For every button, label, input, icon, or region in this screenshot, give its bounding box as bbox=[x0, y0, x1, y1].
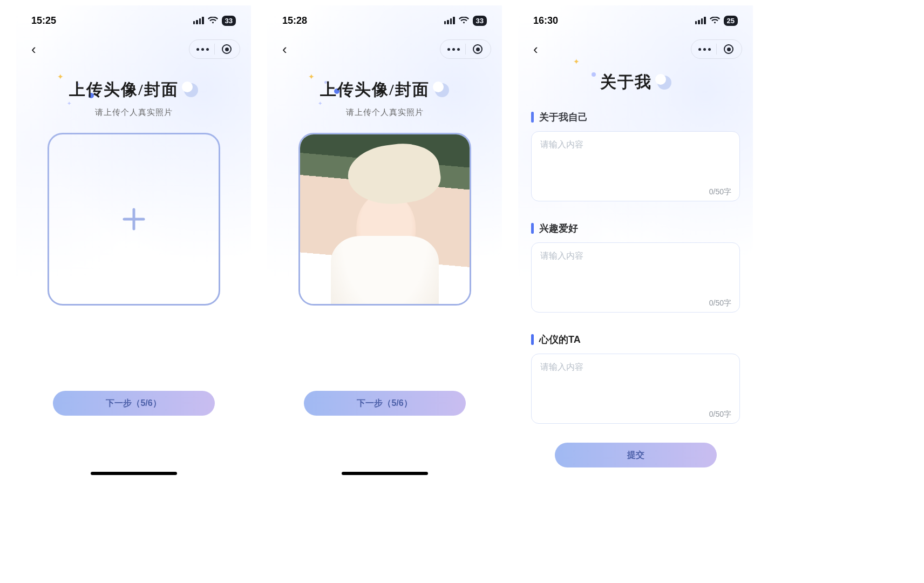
battery-icon: 25 bbox=[724, 16, 738, 26]
status-time: 16:30 bbox=[533, 15, 558, 26]
cta-label: 下一步（5/6） bbox=[106, 398, 161, 409]
section-accent-bar bbox=[531, 112, 534, 123]
nav-bar: ‹ bbox=[267, 36, 502, 63]
target-icon bbox=[473, 44, 483, 54]
status-right: 33 bbox=[193, 16, 236, 26]
capsule-close-button[interactable] bbox=[717, 40, 740, 58]
miniprogram-capsule bbox=[440, 39, 491, 59]
char-counter: 0/50字 bbox=[709, 187, 731, 197]
home-indicator bbox=[91, 472, 177, 475]
title-row: 上传头像/封面 bbox=[16, 79, 251, 101]
status-bar: 16:30 25 bbox=[518, 5, 753, 36]
cta-label: 下一步（5/6） bbox=[357, 398, 412, 409]
upload-photo-box[interactable] bbox=[47, 133, 220, 306]
back-button[interactable]: ‹ bbox=[529, 39, 542, 60]
phone-screen-upload-empty: ✦ ✦ 15:25 33 ‹ 上传头像/封面 请上传个人真实照片 下一步（5/6… bbox=[16, 5, 251, 480]
cta-label: 提交 bbox=[627, 450, 644, 461]
battery-level: 33 bbox=[476, 17, 484, 25]
title-row: 上传头像/封面 bbox=[267, 79, 502, 101]
capsule-menu-button[interactable] bbox=[441, 40, 465, 58]
target-icon bbox=[222, 44, 232, 54]
battery-level: 33 bbox=[225, 17, 233, 25]
nav-bar: ‹ bbox=[518, 36, 753, 63]
status-time: 15:28 bbox=[282, 15, 307, 26]
moon-icon bbox=[657, 76, 671, 90]
form: 关于我自己 0/50字 兴趣爱好 0/50字 心仪的TA 0/50字 bbox=[518, 111, 753, 426]
title-row: 关于我 bbox=[518, 71, 753, 93]
section-accent-bar bbox=[531, 334, 534, 345]
page-subtitle: 请上传个人真实照片 bbox=[267, 107, 502, 118]
plus-icon bbox=[122, 207, 146, 231]
section-header: 关于我自己 bbox=[531, 111, 740, 124]
phone-screen-about-me: ✦ 16:30 25 ‹ 关于我 关于我自己 0/50字 bbox=[518, 5, 753, 480]
page-subtitle: 请上传个人真实照片 bbox=[16, 107, 251, 118]
capsule-close-button[interactable] bbox=[466, 40, 490, 58]
cellular-icon bbox=[695, 17, 706, 24]
status-bar: 15:25 33 bbox=[16, 5, 251, 36]
miniprogram-capsule bbox=[691, 39, 742, 59]
page-title: 上传头像/封面 bbox=[69, 79, 178, 101]
sparkle-icon: ✦ bbox=[57, 72, 63, 78]
sparkle-icon: ✦ bbox=[308, 72, 314, 78]
photo-detail bbox=[344, 139, 444, 211]
more-icon bbox=[698, 48, 711, 51]
capsule-menu-button[interactable] bbox=[692, 40, 716, 58]
capsule-close-button[interactable] bbox=[215, 40, 239, 58]
nav-bar: ‹ bbox=[16, 36, 251, 63]
textarea-wrap: 0/50字 bbox=[531, 354, 740, 426]
section-label: 心仪的TA bbox=[539, 333, 581, 346]
submit-button[interactable]: 提交 bbox=[555, 443, 717, 467]
home-indicator bbox=[342, 472, 428, 475]
status-right: 25 bbox=[695, 16, 738, 26]
upload-photo-box[interactable] bbox=[298, 133, 471, 306]
uploaded-photo bbox=[300, 134, 470, 304]
next-step-button[interactable]: 下一步（5/6） bbox=[304, 391, 466, 416]
hero: 关于我 bbox=[518, 71, 753, 93]
wifi-icon bbox=[208, 17, 218, 24]
section-header: 心仪的TA bbox=[531, 333, 740, 346]
battery-icon: 33 bbox=[473, 16, 487, 26]
textarea-wrap: 0/50字 bbox=[531, 242, 740, 315]
miniprogram-capsule bbox=[189, 39, 240, 59]
back-button[interactable]: ‹ bbox=[27, 39, 40, 60]
cellular-icon bbox=[193, 17, 204, 24]
more-icon bbox=[447, 48, 460, 51]
section-accent-bar bbox=[531, 223, 534, 234]
back-button[interactable]: ‹ bbox=[278, 39, 291, 60]
hero: 上传头像/封面 请上传个人真实照片 bbox=[16, 79, 251, 118]
page-title: 上传头像/封面 bbox=[320, 79, 429, 101]
hero: 上传头像/封面 请上传个人真实照片 bbox=[267, 79, 502, 118]
moon-icon bbox=[435, 83, 449, 97]
more-icon bbox=[196, 48, 209, 51]
page-title: 关于我 bbox=[600, 71, 652, 93]
next-step-button[interactable]: 下一步（5/6） bbox=[53, 391, 215, 416]
moon-icon bbox=[184, 83, 198, 97]
target-icon bbox=[724, 44, 733, 54]
char-counter: 0/50字 bbox=[709, 299, 731, 308]
section-header: 兴趣爱好 bbox=[531, 222, 740, 235]
cellular-icon bbox=[444, 17, 455, 24]
status-bar: 15:28 33 bbox=[267, 5, 502, 36]
capsule-menu-button[interactable] bbox=[191, 40, 214, 58]
wifi-icon bbox=[459, 17, 469, 24]
char-counter: 0/50字 bbox=[709, 410, 731, 419]
section-label: 兴趣爱好 bbox=[539, 222, 578, 235]
section-label: 关于我自己 bbox=[539, 111, 588, 124]
status-right: 33 bbox=[444, 16, 487, 26]
status-time: 15:25 bbox=[31, 15, 56, 26]
battery-level: 25 bbox=[727, 17, 735, 25]
textarea-wrap: 0/50字 bbox=[531, 131, 740, 204]
phone-screen-upload-filled: ✦ ✦ 15:28 33 ‹ 上传头像/封面 请上传个人真实照片 下一步（5/6… bbox=[267, 5, 502, 480]
battery-icon: 33 bbox=[222, 16, 236, 26]
wifi-icon bbox=[710, 17, 720, 24]
